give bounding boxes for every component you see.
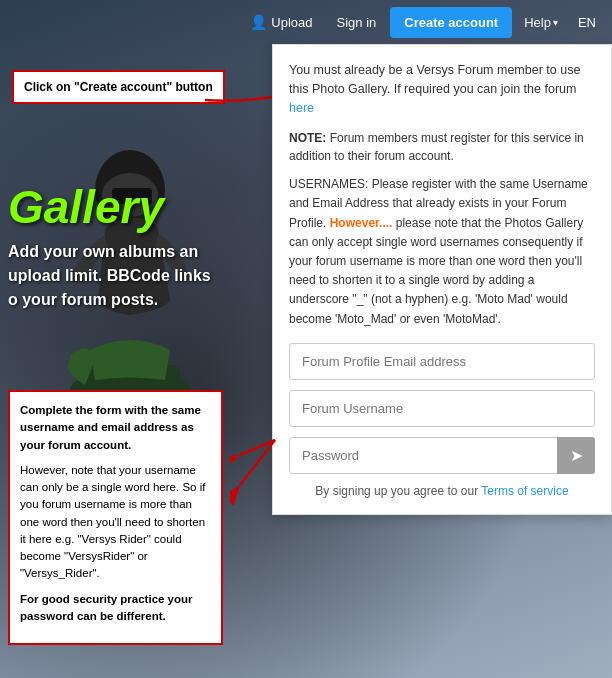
- navbar: 👤 Upload Sign in Create account Help ▾ E…: [0, 0, 612, 44]
- terms-link[interactable]: Terms of service: [481, 484, 568, 498]
- note-section: NOTE: Forum members must register for th…: [289, 129, 595, 165]
- language-selector[interactable]: EN: [570, 9, 604, 36]
- help-label: Help: [524, 15, 551, 30]
- username-input[interactable]: [289, 390, 595, 427]
- usernames-label: USERNAMES:: [289, 177, 368, 191]
- upload-label: Upload: [271, 15, 312, 30]
- create-account-button[interactable]: Create account: [390, 7, 512, 38]
- dropdown-panel: You must already be a Versys Forum membe…: [272, 44, 612, 515]
- annotation-para1: Complete the form with the same username…: [20, 402, 211, 454]
- username-form-group: [289, 390, 595, 427]
- annotation-para3: For good security practice your password…: [20, 591, 211, 626]
- note-text: Forum members must register for this ser…: [289, 131, 584, 163]
- help-chevron-icon: ▾: [553, 17, 558, 28]
- username-section: USERNAMES: Please register with the same…: [289, 175, 595, 329]
- email-input[interactable]: [289, 343, 595, 380]
- gallery-title: Gallery: [0, 180, 164, 234]
- forum-link[interactable]: here: [289, 101, 314, 115]
- however-detail: please note that the Photos Gallery can …: [289, 216, 583, 326]
- upload-icon: 👤: [250, 14, 267, 30]
- click-annotation-box: Click on "Create account" button: [12, 70, 225, 104]
- submit-arrow-icon: ➤: [570, 446, 583, 465]
- gallery-description: Add your own albums an upload limit. BBC…: [0, 240, 260, 312]
- note-label: NOTE:: [289, 131, 326, 145]
- password-form-group: ➤: [289, 437, 595, 474]
- signin-link[interactable]: Sign in: [327, 9, 387, 36]
- upload-link[interactable]: 👤 Upload: [240, 8, 322, 36]
- intro-text: You must already be a Versys Forum membe…: [289, 61, 595, 117]
- terms-section: By signing up you agree to our Terms of …: [289, 484, 595, 498]
- help-link[interactable]: Help ▾: [516, 9, 566, 36]
- password-input[interactable]: [289, 437, 595, 474]
- arrow-to-email: [230, 430, 280, 510]
- click-annotation-text: Click on "Create account" button: [24, 80, 213, 94]
- annotation-para2: However, note that your username can onl…: [20, 462, 211, 583]
- however-text: However....: [330, 216, 393, 230]
- email-form-group: [289, 343, 595, 380]
- terms-text: By signing up you agree to our: [315, 484, 478, 498]
- password-submit-button[interactable]: ➤: [557, 437, 595, 474]
- annotation-box: Complete the form with the same username…: [8, 390, 223, 645]
